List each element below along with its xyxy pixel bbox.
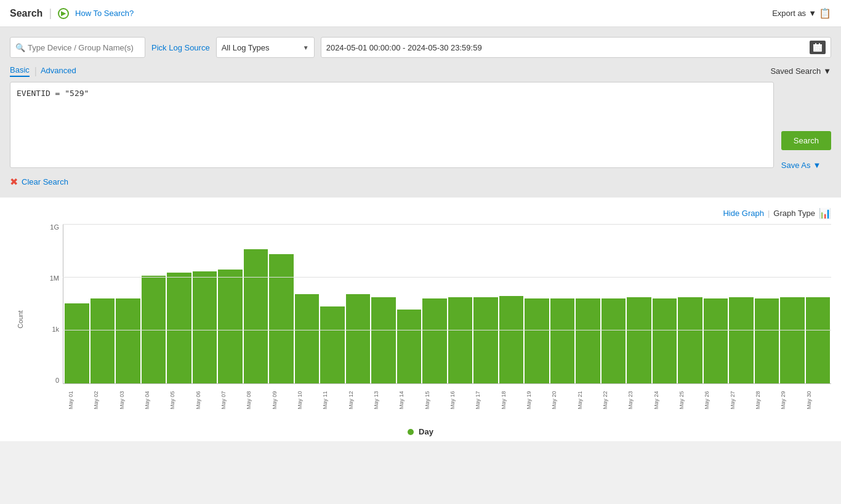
chevron-down-icon: ▼: [823, 66, 831, 76]
export-file-icon: 📋: [819, 7, 831, 19]
x-label: May 29: [780, 385, 804, 415]
y-axis-labels: 1G 1M 1k 0: [41, 224, 63, 384]
bar-item[interactable]: [218, 270, 243, 383]
export-button[interactable]: Export as ▼ 📋: [772, 7, 831, 19]
x-label: May 12: [348, 385, 372, 415]
x-label: May 24: [653, 385, 677, 415]
x-label: May 15: [424, 385, 448, 415]
bar-item[interactable]: [653, 298, 677, 383]
y-label-1g: 1G: [50, 224, 59, 231]
svg-rect-6: [818, 47, 819, 48]
bar-item[interactable]: [755, 298, 779, 383]
x-label: May 26: [704, 385, 728, 415]
bar-item[interactable]: [704, 298, 728, 383]
legend-label: Day: [419, 427, 433, 436]
x-label: May 08: [246, 385, 270, 415]
bar-item[interactable]: [320, 306, 345, 383]
bar-item[interactable]: [244, 249, 268, 383]
x-label: May 01: [68, 385, 92, 415]
clear-search-row: ✖ Clear Search: [10, 176, 831, 188]
bar-item[interactable]: [550, 298, 575, 383]
query-actions: Search Save As ▼: [781, 82, 831, 170]
chevron-down-icon: ▼: [303, 44, 309, 51]
bar-item[interactable]: [525, 298, 549, 383]
device-search-input[interactable]: [28, 43, 139, 52]
save-as-label: Save As: [781, 161, 811, 170]
bar-item[interactable]: [193, 271, 217, 383]
saved-search-button[interactable]: Saved Search ▼: [770, 66, 831, 76]
bar-chart-icon[interactable]: 📊: [819, 207, 831, 219]
y-label-0: 0: [55, 377, 59, 384]
bar-item[interactable]: [397, 310, 422, 383]
svg-rect-10: [818, 49, 819, 50]
bar-item[interactable]: [678, 297, 702, 383]
saved-search-label: Saved Search: [770, 66, 821, 76]
log-type-select[interactable]: All Log Types ▼: [216, 37, 315, 58]
date-range-value: 2024-05-01 00:00:00 - 2024-05-30 23:59:5…: [326, 43, 482, 52]
bar-item[interactable]: [448, 297, 473, 383]
x-label: May 13: [373, 385, 397, 415]
date-range-picker[interactable]: 2024-05-01 00:00:00 - 2024-05-30 23:59:5…: [321, 37, 831, 58]
bar-item[interactable]: [269, 254, 294, 383]
bar-item[interactable]: [65, 303, 89, 383]
chart-container: Count 1G 1M 1k 0 May 01: [10, 224, 831, 415]
x-label: May 02: [93, 385, 117, 415]
bar-item[interactable]: [602, 298, 626, 383]
x-label: May 09: [272, 385, 296, 415]
x-label: May 28: [755, 385, 779, 415]
hide-graph-link[interactable]: Hide Graph: [723, 209, 763, 218]
x-label: May 05: [169, 385, 193, 415]
search-panel: 🔍 Pick Log Source All Log Types ▼ 2024-0…: [0, 27, 841, 198]
x-label: May 27: [730, 385, 754, 415]
bar-item[interactable]: [473, 297, 498, 383]
bar-item[interactable]: [167, 273, 191, 383]
chevron-down-icon: ▼: [808, 9, 816, 18]
tab-separator: |: [34, 66, 37, 77]
grid-line-top: [63, 224, 831, 225]
x-label: May 11: [322, 385, 346, 415]
bar-item[interactable]: [295, 294, 320, 383]
bar-item[interactable]: [806, 297, 831, 383]
device-search-wrap: 🔍: [10, 37, 145, 58]
calendar-button[interactable]: [810, 41, 826, 54]
bar-item[interactable]: [780, 297, 805, 383]
y-axis-title: Count: [17, 310, 24, 328]
bar-item[interactable]: [729, 297, 754, 383]
bar-item[interactable]: [116, 298, 140, 383]
search-button[interactable]: Search: [781, 131, 831, 150]
log-type-value: All Log Types: [222, 43, 270, 52]
tab-advanced[interactable]: Advanced: [41, 66, 76, 76]
x-label: May 25: [678, 385, 702, 415]
pick-log-source-link[interactable]: Pick Log Source: [151, 43, 210, 52]
page-title: Search: [10, 8, 42, 19]
tab-basic[interactable]: Basic: [10, 65, 30, 77]
query-textarea[interactable]: [10, 82, 774, 168]
x-label: May 22: [602, 385, 626, 415]
x-label: May 21: [577, 385, 601, 415]
bar-item[interactable]: [576, 298, 600, 383]
graph-header-separator: |: [768, 209, 770, 218]
graph-type-label: Graph Type: [773, 209, 815, 218]
bar-item[interactable]: [627, 297, 651, 383]
bar-item[interactable]: [499, 296, 524, 383]
search-icon: 🔍: [15, 43, 25, 52]
x-label: May 14: [398, 385, 422, 415]
save-as-button[interactable]: Save As ▼: [781, 161, 821, 170]
x-label: May 03: [119, 385, 143, 415]
top-bar: Search | ▶ How To Search? Export as ▼ 📋: [0, 0, 841, 27]
bar-item[interactable]: [91, 298, 115, 383]
x-label: May 23: [627, 385, 651, 415]
separator: |: [49, 7, 52, 20]
svg-rect-2: [815, 43, 816, 46]
chart-legend: Day: [10, 427, 831, 436]
how-to-link[interactable]: How To Search?: [75, 9, 134, 18]
x-label: May 07: [220, 385, 244, 415]
search-row: 🔍 Pick Log Source All Log Types ▼ 2024-0…: [10, 37, 831, 58]
bar-item[interactable]: [371, 297, 396, 383]
bar-item[interactable]: [422, 298, 447, 383]
clear-search-link[interactable]: Clear Search: [22, 177, 68, 186]
graph-section: Hide Graph | Graph Type 📊 Count 1G 1M 1k…: [0, 198, 841, 441]
x-label: May 06: [195, 385, 219, 415]
bar-item[interactable]: [346, 294, 371, 383]
clear-search-x-icon[interactable]: ✖: [10, 176, 18, 188]
